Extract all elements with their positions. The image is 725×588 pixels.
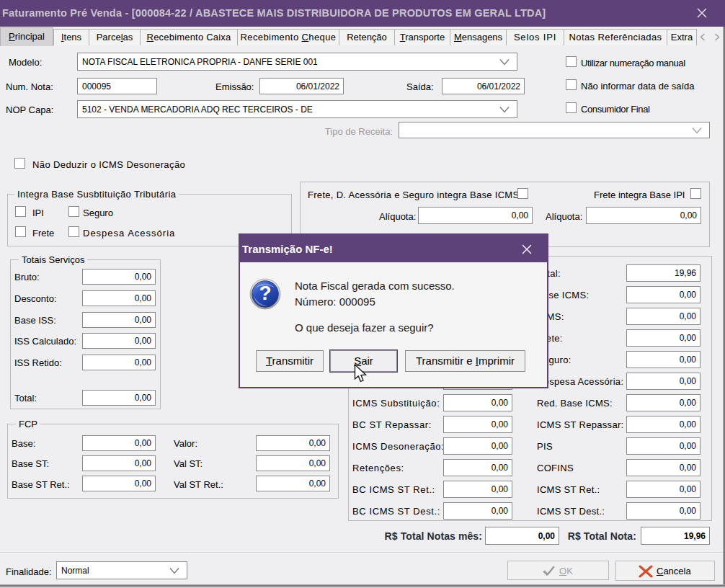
svg-text:?: ?	[259, 282, 271, 304]
